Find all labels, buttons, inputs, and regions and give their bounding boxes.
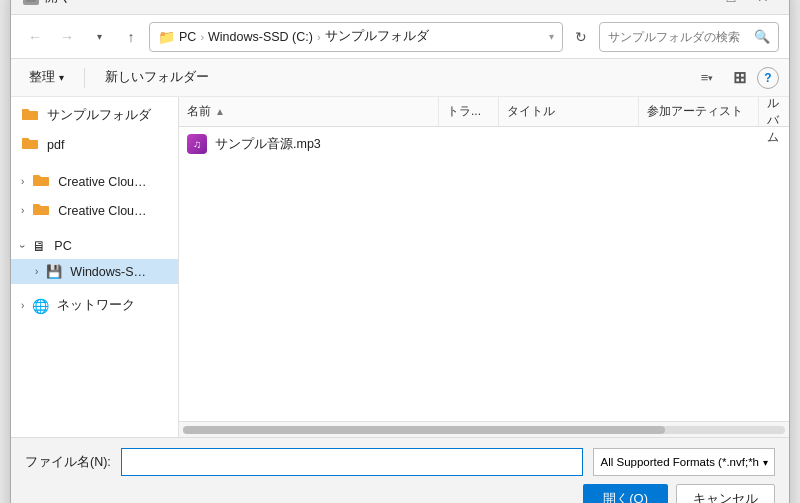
title-bar: 開く － □ ✕	[11, 0, 789, 15]
bc-drive: Windows-SSD (C:)	[208, 30, 313, 44]
bc-sep-2: ›	[317, 31, 321, 43]
filename-label: ファイル名(N):	[25, 454, 111, 471]
sidebar-gap-2	[11, 225, 178, 233]
sidebar-gap-1	[11, 159, 178, 167]
navigation-bar: ← → ▾ ↑ 📁 PC › Windows-SSD (C:) › サンプルフォ…	[11, 15, 789, 59]
toolbar-separator	[84, 68, 85, 88]
file-icon: ♫	[187, 134, 207, 154]
drive-icon: 💾	[46, 264, 62, 279]
search-input[interactable]	[608, 30, 748, 44]
folder-icon-cc1	[32, 172, 50, 191]
format-select-label: All Supported Formats (*.nvf;*h	[600, 456, 759, 468]
search-icon: 🔍	[754, 29, 770, 44]
refresh-button[interactable]: ↻	[567, 23, 595, 51]
view-list-arrow: ▾	[708, 73, 713, 83]
view-details-button[interactable]: ⊞	[725, 64, 753, 92]
col-header-name[interactable]: 名前 ▲	[179, 97, 439, 126]
network-icon: 🌐	[32, 298, 49, 314]
sidebar-item-network[interactable]: › 🌐 ネットワーク	[11, 292, 178, 319]
sidebar-item-label-cc1: Creative Cloud F	[58, 175, 148, 189]
maximize-button[interactable]: □	[717, 0, 745, 7]
svg-rect-0	[26, 0, 36, 2]
new-folder-button[interactable]: 新しいフォルダー	[97, 64, 217, 92]
sidebar-item-windows-ssd[interactable]: › 💾 Windows-SSD	[11, 259, 178, 284]
col-name-label: 名前	[187, 103, 211, 120]
table-row[interactable]: ♫ サンプル音源.mp3	[179, 131, 789, 157]
bc-sep-1: ›	[200, 31, 204, 43]
col-artist-label: 参加アーティスト	[647, 103, 743, 120]
forward-button[interactable]: →	[53, 23, 81, 51]
sidebar-item-label-network: ネットワーク	[57, 297, 135, 314]
scrollbar-thumb	[183, 426, 665, 434]
col-header-artist[interactable]: 参加アーティスト	[639, 97, 759, 126]
sidebar: サンプルフォルダ pdf › Creative Cloud F	[11, 97, 179, 437]
dialog-icon	[23, 0, 39, 5]
folder-icon-pdf	[21, 135, 39, 154]
horizontal-scrollbar-area	[179, 421, 789, 437]
col-track-label: トラ...	[447, 103, 481, 120]
organize-button[interactable]: 整理 ▾	[21, 64, 72, 92]
col-title-label: タイトル	[507, 103, 555, 120]
up-button[interactable]: ↑	[117, 23, 145, 51]
title-bar-controls: － □ ✕	[685, 0, 777, 7]
bc-folder: サンプルフォルダ	[325, 28, 429, 45]
organize-label: 整理	[29, 69, 55, 86]
sidebar-gap-3	[11, 284, 178, 292]
folder-icon	[21, 106, 39, 125]
format-select[interactable]: All Supported Formats (*.nvf;*h ▾	[593, 448, 775, 476]
col-header-album[interactable]: アルバム	[759, 97, 789, 126]
open-button[interactable]: 開く(O)	[583, 484, 668, 503]
col-header-track[interactable]: トラ...	[439, 97, 499, 126]
content-area: サンプルフォルダ pdf › Creative Cloud F	[11, 97, 789, 437]
bottom-bar: ファイル名(N): All Supported Formats (*.nvf;*…	[11, 437, 789, 503]
breadcrumb-bar[interactable]: 📁 PC › Windows-SSD (C:) › サンプルフォルダ ▾	[149, 22, 563, 52]
column-header-row: 名前 ▲ トラ... タイトル 参加アーティスト アルバム	[179, 97, 789, 127]
view-list-button[interactable]: ≡ ▾	[693, 64, 721, 92]
expand-arrow-cc2: ›	[21, 205, 24, 216]
expand-arrow-ssd: ›	[35, 266, 38, 277]
sidebar-item-pc[interactable]: › 🖥 PC	[11, 233, 178, 259]
pc-icon: 🖥	[32, 238, 46, 254]
folder-icon-cc2	[32, 201, 50, 220]
col-header-title[interactable]: タイトル	[499, 97, 639, 126]
view-list-icon: ≡	[701, 70, 709, 85]
expand-arrow-net: ›	[21, 300, 24, 311]
minimize-button[interactable]: －	[685, 0, 713, 7]
sidebar-item-label-pc: PC	[54, 239, 71, 253]
sidebar-item-pdf[interactable]: pdf	[11, 130, 178, 159]
format-chevron-icon: ▾	[763, 457, 768, 468]
toolbar: 整理 ▾ 新しいフォルダー ≡ ▾ ⊞ ?	[11, 59, 789, 97]
file-list: ♫ サンプル音源.mp3	[179, 127, 789, 421]
music-icon: ♫	[193, 138, 201, 150]
expand-arrow-cc1: ›	[21, 176, 24, 187]
bc-pc: PC	[179, 30, 196, 44]
folder-icon-small: 📁	[158, 29, 175, 45]
expand-arrow-pc: ›	[17, 244, 28, 247]
file-name-label: サンプル音源.mp3	[215, 136, 321, 153]
sidebar-item-cc1[interactable]: › Creative Cloud F	[11, 167, 178, 196]
close-button[interactable]: ✕	[749, 0, 777, 7]
dialog-title: 開く	[45, 0, 71, 6]
sidebar-item-label-ssd: Windows-SSD	[70, 265, 150, 279]
breadcrumb-dropdown-button[interactable]: ▾	[85, 23, 113, 51]
new-folder-label: 新しいフォルダー	[105, 69, 209, 86]
title-bar-left: 開く	[23, 0, 71, 6]
sidebar-item-cc2[interactable]: › Creative Cloud F	[11, 196, 178, 225]
sidebar-item-label-pdf: pdf	[47, 138, 64, 152]
search-box: 🔍	[599, 22, 779, 52]
filename-input[interactable]	[121, 448, 584, 476]
file-name-cell: ♫ サンプル音源.mp3	[179, 134, 439, 154]
view-details-icon: ⊞	[733, 68, 746, 87]
sidebar-item-label-cc2: Creative Cloud F	[58, 204, 148, 218]
sort-icon: ▲	[215, 106, 225, 117]
breadcrumb-chevron: ▾	[549, 31, 554, 42]
toolbar-right: ≡ ▾ ⊞ ?	[693, 64, 779, 92]
sidebar-item-sample-folder[interactable]: サンプルフォルダ	[11, 101, 178, 130]
back-button[interactable]: ←	[21, 23, 49, 51]
action-row: 開く(O) キャンセル	[25, 484, 775, 503]
sidebar-item-label: サンプルフォルダ	[47, 107, 151, 124]
filename-row: ファイル名(N): All Supported Formats (*.nvf;*…	[25, 448, 775, 476]
help-button[interactable]: ?	[757, 67, 779, 89]
horizontal-scrollbar[interactable]	[183, 426, 785, 434]
cancel-button[interactable]: キャンセル	[676, 484, 775, 503]
